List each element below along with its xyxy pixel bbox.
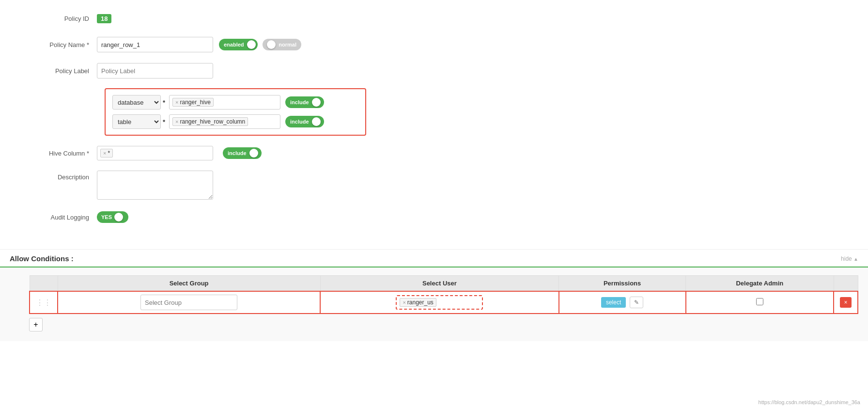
permissions-cell: select ✎: [559, 291, 686, 314]
user-cell: × ranger_us: [320, 291, 558, 314]
table-row: table database column * × ranger_hive_ro…: [112, 114, 358, 129]
audit-knob: [114, 213, 123, 221]
hive-column-label: Hive Column *: [19, 150, 97, 157]
database-tag: × ranger_hive: [172, 98, 214, 107]
policy-id-label: Policy ID: [19, 15, 97, 22]
table-tag-remove[interactable]: ×: [175, 119, 178, 125]
allow-conditions-title: Allow Conditions :: [10, 254, 74, 263]
hive-column-tag-input[interactable]: × *: [97, 146, 213, 160]
normal-knob: [267, 40, 276, 49]
description-textarea[interactable]: [97, 171, 213, 200]
hive-column-row: Hive Column * × * include: [19, 144, 849, 162]
delegate-cell: [686, 291, 834, 314]
delete-row-btn[interactable]: ×: [840, 297, 851, 308]
drag-cell: ⋮⋮: [30, 291, 58, 314]
user-tag-remove[interactable]: ×: [403, 299, 405, 305]
allow-conditions-header: Allow Conditions : hide ▲: [0, 250, 868, 267]
group-cell[interactable]: [58, 291, 320, 314]
policy-name-label: Policy Name *: [19, 41, 97, 48]
database-tag-remove[interactable]: ×: [175, 99, 178, 105]
table-include-toggle[interactable]: include: [285, 116, 324, 127]
select-group-input[interactable]: [140, 295, 237, 310]
col-drag: [30, 276, 58, 292]
table-required-star: *: [163, 118, 165, 126]
permissions-edit-btn[interactable]: ✎: [630, 297, 643, 308]
hide-label: hide: [841, 255, 852, 262]
table-include-label: include: [287, 119, 312, 125]
database-type-select[interactable]: database table column: [112, 95, 161, 110]
table-tag: × ranger_hive_row_column: [172, 117, 248, 126]
database-include-toggle[interactable]: include: [285, 96, 324, 108]
resource-section: database table column * × ranger_hive in…: [105, 88, 366, 136]
hive-column-tag: × *: [100, 149, 113, 157]
description-label: Description: [19, 171, 97, 181]
policy-label-label: Policy Label: [19, 67, 97, 75]
hive-column-include-label: include: [225, 150, 249, 156]
permissions-select-btn[interactable]: select: [601, 297, 626, 308]
normal-toggle[interactable]: normal: [263, 39, 301, 50]
user-tag-box[interactable]: × ranger_us: [396, 295, 483, 310]
hive-column-tag-remove[interactable]: ×: [103, 150, 106, 156]
database-tag-input[interactable]: × ranger_hive: [169, 95, 280, 110]
database-row: database table column * × ranger_hive in…: [112, 95, 358, 110]
drag-handle-icon[interactable]: ⋮⋮: [34, 297, 53, 309]
policy-name-input[interactable]: [97, 37, 213, 52]
user-tag: × ranger_us: [400, 298, 436, 307]
add-row-button[interactable]: +: [29, 318, 43, 331]
database-include-label: include: [287, 99, 312, 105]
enabled-toggle[interactable]: enabled: [219, 39, 258, 50]
audit-logging-label: Audit Logging: [19, 214, 97, 221]
table-tag-value: ranger_hive_row_column: [180, 118, 246, 125]
enabled-knob: [247, 40, 256, 49]
hide-arrow: ▲: [853, 256, 858, 262]
normal-label: normal: [276, 42, 299, 47]
col-user-header: Select User: [320, 276, 558, 292]
col-group-header: Select Group: [58, 276, 320, 292]
table-tag-input[interactable]: × ranger_hive_row_column: [169, 114, 280, 129]
delete-cell: ×: [834, 291, 858, 314]
url-hint: https://blog.csdn.net/dapu2_dunshime_36a: [759, 399, 860, 405]
audit-yes-label: YES: [99, 214, 114, 220]
enabled-label: enabled: [221, 42, 247, 47]
policy-id-badge: 18: [97, 14, 111, 23]
database-include-knob: [312, 98, 321, 107]
policy-label-input[interactable]: [97, 63, 213, 79]
hive-column-include-toggle[interactable]: include: [223, 147, 262, 159]
hive-column-include-knob: [249, 149, 258, 157]
table-type-select[interactable]: table database column: [112, 114, 161, 129]
col-actions: [834, 276, 858, 292]
conditions-table-wrap: Select Group Select User Permissions Del…: [0, 267, 868, 341]
conditions-table: Select Group Select User Permissions Del…: [29, 275, 858, 314]
hive-column-tag-value: *: [108, 150, 110, 157]
audit-logging-toggle[interactable]: YES: [97, 211, 128, 223]
conditions-row-0: ⋮⋮ × ranger_us: [30, 291, 858, 314]
table-include-knob: [312, 117, 321, 126]
database-required-star: *: [163, 99, 165, 106]
user-tag-value: ranger_us: [407, 299, 434, 306]
delegate-checkbox[interactable]: [756, 298, 763, 305]
col-delegate-header: Delegate Admin: [686, 276, 834, 292]
hide-link[interactable]: hide ▲: [841, 255, 858, 262]
database-tag-value: ranger_hive: [180, 99, 211, 106]
col-permissions-header: Permissions: [559, 276, 686, 292]
